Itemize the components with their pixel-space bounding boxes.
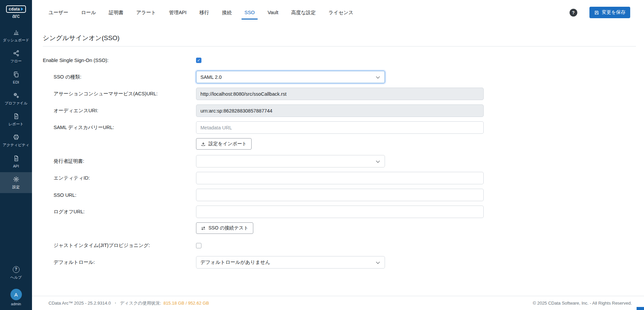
user-avatar[interactable]: A xyxy=(10,289,22,300)
logo-brand-text: cdata xyxy=(9,7,20,11)
logoff-url-row: ログオフURL: xyxy=(43,206,636,218)
audience-uri-row: オーディエンスURI: xyxy=(43,104,636,117)
tab-admin-api[interactable]: 管理API xyxy=(162,0,193,25)
entity-id-label: エンティティID: xyxy=(43,175,196,181)
profiles-icon xyxy=(13,92,20,99)
entity-id-row: エンティティID: xyxy=(43,172,636,184)
topbar: ユーザー ロール 証明書 アラート 管理API 移行 接続 SSO Vault … xyxy=(32,0,644,25)
scroll-corner-accent xyxy=(637,307,644,310)
acs-url-input[interactable] xyxy=(196,88,484,100)
audience-uri-label: オーディエンスURI: xyxy=(43,107,196,114)
sidebar-item-api[interactable]: API xyxy=(0,151,32,172)
chevron-down-icon xyxy=(376,159,380,162)
sidebar-bottom: ヘルプ A admin xyxy=(0,262,32,310)
sidebar-item-label: レポート xyxy=(8,122,24,126)
dashboard-icon xyxy=(13,29,20,36)
api-icon xyxy=(13,155,20,162)
sidebar-item-label: API xyxy=(13,164,19,168)
audience-uri-input[interactable] xyxy=(196,104,484,117)
import-settings-button[interactable]: 設定をインポート xyxy=(196,138,252,150)
sidebar-item-dashboard[interactable]: ダッシュボード xyxy=(0,25,32,46)
sidebar-nav: ダッシュボード フロー EDI プロファイル xyxy=(0,25,32,193)
enable-sso-row: Enable Single Sign-On (SSO): xyxy=(43,54,636,66)
tab-connections[interactable]: 接続 xyxy=(216,0,238,25)
sso-type-select[interactable]: SAML 2.0 xyxy=(196,71,385,83)
sso-url-label: SSO URL: xyxy=(43,192,196,198)
jit-label: ジャストインタイム(JIT)プロビジョニング: xyxy=(43,242,196,249)
sso-url-input[interactable] xyxy=(196,189,484,201)
help-icon xyxy=(13,266,20,273)
tab-users[interactable]: ユーザー xyxy=(42,0,75,25)
save-icon xyxy=(594,10,599,15)
user-name: admin xyxy=(11,302,21,306)
default-role-label: デフォルトロール: xyxy=(43,259,196,266)
settings-tabs: ユーザー ロール 証明書 アラート 管理API 移行 接続 SSO Vault … xyxy=(42,0,360,25)
default-role-row: デフォルトロール: デフォルトロールがありません xyxy=(43,256,636,269)
app-root: cdata arc ダッシュボード フロー xyxy=(0,0,644,310)
exchange-arrows-icon xyxy=(201,226,206,231)
flows-icon xyxy=(13,50,20,57)
help-button[interactable] xyxy=(570,9,577,17)
disk-usage-value: 815.18 GB / 952.62 GB xyxy=(163,301,209,306)
disk-usage-label: ディスクの使用状況: xyxy=(120,300,161,306)
sidebar-item-reports[interactable]: レポート xyxy=(0,109,32,130)
footer-separator: ・ xyxy=(113,300,118,306)
sidebar-item-activity[interactable]: アクティビティ xyxy=(0,130,32,151)
enable-sso-label: Enable Single Sign-On (SSO): xyxy=(43,58,196,63)
logo-product-text: arc xyxy=(6,13,26,19)
sidebar-item-settings[interactable]: 設定 xyxy=(0,172,32,193)
tab-vault[interactable]: Vault xyxy=(261,0,285,25)
footer-left: CData Arc™ 2025 - 25.2.9314.0 ・ ディスクの使用状… xyxy=(49,300,209,306)
issuer-cert-select[interactable] xyxy=(196,155,385,167)
default-role-select[interactable]: デフォルトロールがありません xyxy=(196,256,385,269)
acs-url-label: アサーションコンシューマサービス(ACS)URL: xyxy=(43,91,196,97)
test-sso-row: SSO の接続テスト xyxy=(43,222,636,234)
test-sso-label: SSO の接続テスト xyxy=(208,225,249,231)
save-changes-button[interactable]: 変更を保存 xyxy=(589,7,630,18)
test-sso-connection-button[interactable]: SSO の接続テスト xyxy=(196,222,253,234)
download-icon xyxy=(201,142,206,147)
entity-id-input[interactable] xyxy=(196,172,484,184)
main-column: ユーザー ロール 証明書 アラート 管理API 移行 接続 SSO Vault … xyxy=(32,0,644,310)
tab-sso[interactable]: SSO xyxy=(238,0,261,25)
enable-sso-checkbox[interactable] xyxy=(196,58,201,63)
sidebar-item-label: 設定 xyxy=(12,185,20,189)
reports-icon xyxy=(13,113,20,120)
footer: CData Arc™ 2025 - 25.2.9314.0 ・ ディスクの使用状… xyxy=(32,296,644,310)
jit-checkbox[interactable] xyxy=(196,243,201,248)
tab-advanced-settings[interactable]: 高度な設定 xyxy=(285,0,322,25)
chevron-down-icon xyxy=(376,74,380,78)
tab-alerts[interactable]: アラート xyxy=(130,0,162,25)
tab-roles[interactable]: ロール xyxy=(75,0,102,25)
app-logo[interactable]: cdata arc xyxy=(6,5,26,19)
sidebar-item-edi[interactable]: EDI xyxy=(0,67,32,88)
tab-migration[interactable]: 移行 xyxy=(193,0,216,25)
sidebar-item-help[interactable]: ヘルプ xyxy=(0,262,32,283)
sso-type-row: SSO の種類: SAML 2.0 xyxy=(43,71,636,83)
sidebar: cdata arc ダッシュボード フロー xyxy=(0,0,32,310)
sidebar-item-profiles[interactable]: プロファイル xyxy=(0,88,32,109)
title-divider xyxy=(43,46,636,46)
sso-type-label: SSO の種類: xyxy=(43,74,196,80)
avatar-initial: A xyxy=(14,292,18,298)
save-button-label: 変更を保存 xyxy=(602,9,625,16)
logo-triangle-icon xyxy=(21,7,23,11)
edi-icon xyxy=(13,71,20,78)
sso-type-value: SAML 2.0 xyxy=(200,74,222,80)
sso-url-row: SSO URL: xyxy=(43,189,636,201)
saml-discovery-label: SAML ディスカバリーURL: xyxy=(43,124,196,131)
tab-certificates[interactable]: 証明書 xyxy=(102,0,130,25)
logoff-url-input[interactable] xyxy=(196,206,484,218)
sidebar-item-label: ダッシュボード xyxy=(3,38,29,42)
import-settings-row: 設定をインポート xyxy=(43,138,636,150)
issuer-cert-row: 発行者証明書: xyxy=(43,155,636,167)
copyright-text: © 2025 CData Software, Inc. - All Rights… xyxy=(533,301,632,306)
logo-brand: cdata xyxy=(6,5,26,13)
tab-licensing[interactable]: ライセンス xyxy=(322,0,360,25)
issuer-cert-label: 発行者証明書: xyxy=(43,158,196,164)
saml-discovery-row: SAML ディスカバリーURL: xyxy=(43,121,636,134)
sidebar-item-label: アクティビティ xyxy=(3,143,29,147)
sidebar-item-flows[interactable]: フロー xyxy=(0,46,32,67)
saml-discovery-input[interactable] xyxy=(196,121,484,134)
activity-icon xyxy=(13,134,20,141)
